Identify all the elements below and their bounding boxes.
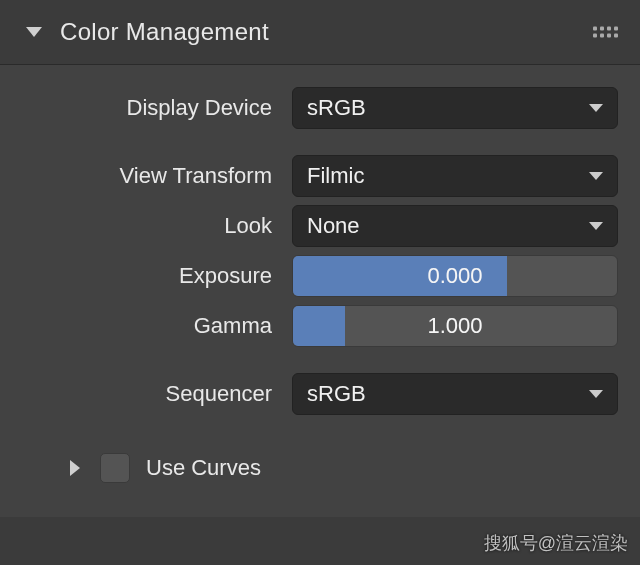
exposure-slider[interactable]: 0.000 [292, 255, 618, 297]
look-select[interactable]: None [292, 205, 618, 247]
exposure-label: Exposure [22, 263, 292, 289]
view-transform-select[interactable]: Filmic [292, 155, 618, 197]
panel-title: Color Management [60, 18, 269, 46]
chevron-right-icon[interactable] [70, 460, 80, 476]
sequencer-select[interactable]: sRGB [292, 373, 618, 415]
chevron-down-icon [26, 27, 42, 37]
chevron-down-icon [589, 390, 603, 398]
look-label: Look [22, 213, 292, 239]
display-device-select[interactable]: sRGB [292, 87, 618, 129]
use-curves-checkbox[interactable] [100, 453, 130, 483]
display-device-label: Display Device [22, 95, 292, 121]
view-transform-label: View Transform [22, 163, 292, 189]
panel-header[interactable]: Color Management [0, 0, 640, 65]
use-curves-label: Use Curves [146, 455, 261, 481]
exposure-value: 0.000 [293, 256, 617, 296]
chevron-down-icon [589, 172, 603, 180]
look-value: None [307, 213, 360, 239]
chevron-down-icon [589, 104, 603, 112]
display-device-value: sRGB [307, 95, 366, 121]
gamma-value: 1.000 [293, 306, 617, 346]
sequencer-value: sRGB [307, 381, 366, 407]
view-transform-value: Filmic [307, 163, 364, 189]
gamma-slider[interactable]: 1.000 [292, 305, 618, 347]
gamma-label: Gamma [22, 313, 292, 339]
grip-icon[interactable] [593, 27, 618, 38]
sequencer-label: Sequencer [22, 381, 292, 407]
watermark: 搜狐号@渲云渲染 [484, 531, 628, 555]
chevron-down-icon [589, 222, 603, 230]
